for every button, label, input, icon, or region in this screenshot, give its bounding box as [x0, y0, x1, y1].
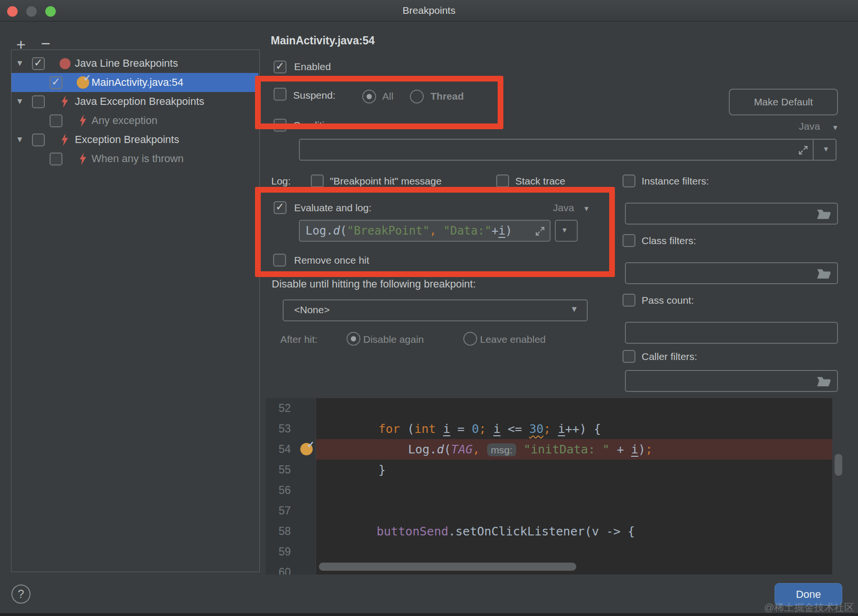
disable-until-dropdown[interactable]: <None> ▼ [283, 299, 588, 321]
folder-icon[interactable] [816, 375, 831, 388]
editor-gutter: 525354555657585960 [266, 398, 316, 575]
parameter-hint: msg: [487, 443, 517, 456]
code-token: ; [479, 422, 486, 436]
folder-icon[interactable] [816, 267, 831, 280]
tree-item-checkbox[interactable] [32, 133, 45, 146]
code-token: } [378, 463, 386, 477]
tree-item-checkbox[interactable] [32, 57, 45, 70]
code-token: ( [444, 442, 451, 456]
code-token: int [414, 422, 436, 436]
tree-item-java-line-breakpoints[interactable]: ▼Java Line Breakpoints [11, 54, 258, 73]
caller-filters-checkbox[interactable] [623, 350, 635, 363]
line-number: 53 [270, 419, 291, 439]
breakpoints-dialog: Breakpoints + − ▼Java Line BreakpointsMa… [0, 0, 858, 616]
suspend-all-label: All [382, 91, 393, 102]
evaluate-and-log-label: Evaluate and log: [294, 202, 371, 214]
disable-until-value: <None> [294, 304, 330, 316]
code-token [436, 422, 443, 436]
line-number: 57 [270, 501, 291, 521]
line-number: 55 [270, 460, 291, 480]
suspend-label: Suspend: [293, 90, 336, 101]
leave-enabled-radio[interactable] [463, 332, 477, 346]
exception-breakpoint-icon [61, 133, 69, 146]
condition-history-arrow-icon[interactable]: ▾ [824, 144, 828, 154]
remove-breakpoint-button[interactable]: − [41, 35, 51, 51]
stack-trace-label: Stack trace [515, 175, 565, 187]
suspend-thread-radio[interactable] [410, 90, 424, 103]
instance-filters-checkbox[interactable] [623, 175, 635, 187]
help-button[interactable]: ? [11, 585, 31, 604]
field-divider [813, 140, 814, 160]
evaluate-expression-input[interactable]: Log.d("BreakPoint", "Data:"+i) [299, 220, 551, 242]
evaluate-language-dropdown[interactable]: Java [553, 202, 574, 214]
dropdown-arrow-icon: ▾ [562, 225, 567, 235]
class-filters-checkbox[interactable] [623, 234, 635, 247]
breakpoint-hit-message-label: "Breakpoint hit" message [330, 175, 441, 187]
code-token: ; [543, 422, 551, 436]
horizontal-scrollbar[interactable] [319, 563, 576, 571]
tree-item-when-any-is-thrown[interactable]: When any is thrown [11, 149, 258, 168]
pass-count-checkbox[interactable] [623, 294, 635, 307]
tree-item-any-exception[interactable]: Any exception [11, 111, 258, 130]
code-token: + [491, 224, 498, 237]
class-filters-input[interactable] [625, 262, 838, 284]
disable-until-label: Disable until hitting the following brea… [272, 278, 476, 290]
tree-item-label: Exception Breakpoints [75, 130, 179, 149]
condition-input[interactable]: ▾ [299, 139, 837, 161]
line-number: 54 [270, 439, 291, 460]
expand-editor-icon[interactable] [797, 144, 809, 156]
caller-filters-label: Caller filters: [642, 351, 697, 362]
tree-item-label: Java Line Breakpoints [75, 54, 178, 73]
breakpoint-hit-message-checkbox[interactable] [311, 175, 324, 187]
vertical-scrollbar-track [832, 398, 845, 575]
code-token: . [326, 224, 333, 237]
condition-language-dropdown[interactable]: Java [799, 121, 820, 132]
tree-item-exception-breakpoints[interactable]: ▼Exception Breakpoints [11, 130, 258, 149]
evaluate-history-dropdown-button[interactable]: ▾ [555, 220, 578, 242]
watermark: @稀土掘金技术社区 [764, 601, 854, 614]
folder-icon[interactable] [816, 207, 831, 221]
evaluate-and-log-checkbox[interactable] [274, 201, 286, 214]
evaluate-expression-code: Log.d("BreakPoint", "Data:"+i) [306, 221, 512, 241]
tree-item-checkbox[interactable] [50, 153, 62, 165]
suspend-highlight-annotation [255, 76, 503, 129]
code-token: <= [500, 422, 529, 436]
code-token: .setOnClickListener(v -> { [449, 524, 635, 538]
suspend-all-radio[interactable] [362, 90, 376, 103]
condition-language-arrow-icon: ▾ [833, 123, 838, 133]
verified-breakpoint-icon[interactable] [300, 443, 313, 455]
log-label: Log: [271, 175, 291, 187]
tree-item-mainactivity-java-54[interactable]: MainActivity.java:54 [11, 73, 258, 92]
disable-again-radio[interactable] [347, 332, 360, 346]
code-token [486, 422, 493, 436]
condition-checkbox[interactable] [274, 119, 286, 132]
code-token: i [443, 422, 450, 436]
vertical-scrollbar[interactable] [835, 454, 842, 476]
window-title: Breakpoints [0, 0, 858, 21]
suspend-checkbox[interactable] [274, 88, 286, 101]
enabled-label: Enabled [294, 61, 331, 72]
code-token: = [450, 422, 472, 436]
code-token: , [473, 442, 480, 456]
code-token [516, 442, 523, 456]
enabled-checkbox[interactable] [274, 61, 286, 73]
code-token [480, 442, 487, 456]
tree-item-checkbox[interactable] [50, 114, 62, 127]
code-token: i [631, 442, 638, 456]
code-token: i [558, 422, 565, 436]
tree-item-checkbox[interactable] [32, 95, 45, 108]
caller-filters-input[interactable] [625, 370, 838, 392]
expander-icon: ▼ [16, 92, 24, 111]
code-token: , [429, 224, 436, 237]
breakpoint-tree: ▼Java Line BreakpointsMainActivity.java:… [11, 50, 260, 572]
pass-count-input[interactable] [625, 322, 838, 344]
code-token: Log [306, 224, 326, 237]
expand-editor-icon[interactable] [534, 226, 546, 237]
remove-once-hit-checkbox[interactable] [273, 254, 286, 267]
stack-trace-checkbox[interactable] [496, 175, 509, 187]
instance-filters-input[interactable] [625, 203, 838, 225]
make-default-button[interactable]: Make Default [729, 89, 838, 115]
code-token: ( [400, 422, 414, 436]
tree-item-checkbox[interactable] [50, 76, 62, 89]
tree-item-java-exception-breakpoints[interactable]: ▼Java Exception Breakpoints [11, 92, 258, 111]
